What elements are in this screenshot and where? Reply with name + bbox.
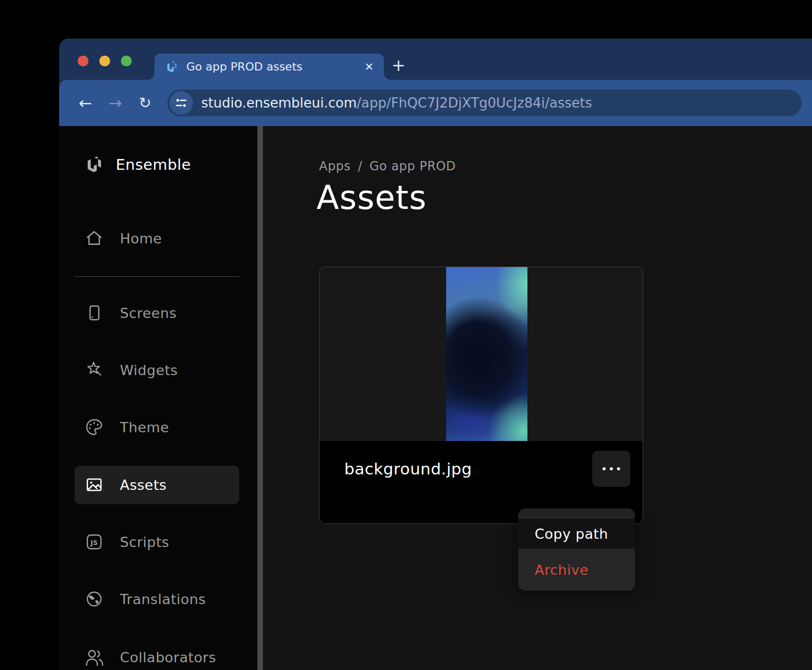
breadcrumb-app-link[interactable]: Go app PROD (369, 159, 456, 173)
sidebar-item-label: Assets (120, 477, 167, 493)
url-text[interactable]: studio.ensembleui.com/app/FhQC7J2DjXTg0U… (201, 95, 592, 111)
collaborators-icon (84, 647, 104, 667)
dot-icon (617, 467, 620, 470)
assets-image-icon (84, 474, 104, 495)
sidebar-item-label: Theme (120, 419, 169, 435)
sidebar-item-theme[interactable]: Theme (84, 413, 252, 441)
dot-icon (610, 467, 613, 470)
sidebar-item-widgets[interactable]: Widgets (84, 356, 252, 384)
sidebar-item-label: Home (120, 231, 162, 246)
sidebar-item-label: Scripts (120, 534, 169, 550)
sidebar-item-assets[interactable]: Assets (84, 471, 252, 499)
ensemble-logo-icon (84, 154, 104, 175)
theme-palette-icon (84, 417, 104, 437)
sidebar: Ensemble Home Screens (59, 126, 257, 670)
tab-strip: Go app PROD assets ✕ + (59, 39, 812, 80)
brand-name: Ensemble (116, 156, 191, 173)
asset-context-menu: Copy path Archive (518, 508, 635, 591)
dot-icon (603, 467, 606, 470)
asset-card: background.jpg (319, 267, 643, 524)
sidebar-item-translations[interactable]: Translations (84, 585, 252, 613)
sidebar-item-collaborators[interactable]: Collaborators (84, 643, 252, 670)
browser-toolbar: ← → ↻ studio.ensembleui.com/app/FhQ (59, 80, 812, 126)
home-icon (84, 228, 104, 249)
browser-window: Go app PROD assets ✕ + ← → ↻ (59, 39, 812, 670)
url-path: /app/FhQC7J2DjXTg0UcJz84i/assets (357, 95, 592, 111)
sidebar-item-label: Collaborators (120, 649, 216, 665)
ensemble-favicon-icon (165, 60, 179, 74)
breadcrumb-separator: / (358, 159, 362, 173)
toolbar-wrap: ← → ↻ studio.ensembleui.com/app/FhQ (59, 80, 812, 126)
sidebar-item-scripts[interactable]: JS Scripts (84, 528, 252, 556)
app-content: Ensemble Home Screens (59, 126, 812, 670)
browser-tab[interactable]: Go app PROD assets ✕ (154, 54, 384, 80)
svg-text:JS: JS (90, 539, 98, 546)
sidebar-divider (75, 276, 239, 277)
new-tab-button[interactable]: + (392, 57, 405, 74)
sidebar-item-label: Widgets (120, 362, 178, 378)
close-window-button[interactable] (78, 56, 89, 66)
widgets-icon (84, 360, 104, 380)
reload-button[interactable]: ↻ (130, 96, 160, 111)
back-button[interactable]: ← (70, 95, 100, 111)
scripts-js-icon: JS (84, 532, 104, 552)
tab-close-icon[interactable]: ✕ (364, 61, 374, 73)
tab-title: Go app PROD assets (186, 60, 359, 73)
breadcrumb-apps-link[interactable]: Apps (319, 159, 350, 173)
breadcrumb: Apps / Go app PROD (319, 159, 456, 173)
sidebar-item-screens[interactable]: Screens (84, 299, 252, 327)
traffic-lights (78, 56, 132, 66)
site-settings-button[interactable] (169, 91, 193, 115)
sidebar-scrollbar[interactable] (257, 126, 263, 670)
sidebar-item-home[interactable]: Home (84, 224, 252, 252)
url-domain: studio.ensembleui.com (201, 95, 357, 111)
sidebar-item-label: Translations (120, 591, 206, 607)
maximize-window-button[interactable] (121, 56, 132, 66)
tune-icon (174, 96, 188, 110)
screens-icon (84, 303, 104, 323)
asset-preview-image (446, 267, 527, 442)
asset-more-options-button[interactable] (592, 451, 630, 487)
forward-button[interactable]: → (100, 95, 130, 111)
brand-row[interactable]: Ensemble (84, 151, 252, 179)
menu-item-archive[interactable]: Archive (518, 549, 635, 591)
translations-globe-icon (84, 589, 104, 609)
main-panel: Apps / Go app PROD Assets background.jpg (263, 126, 812, 670)
address-bar[interactable]: studio.ensembleui.com/app/FhQC7J2DjXTg0U… (167, 90, 802, 116)
sidebar-item-label: Screens (120, 305, 176, 321)
menu-item-copy-path[interactable]: Copy path (518, 519, 635, 549)
menu-padding (518, 508, 635, 519)
minimize-window-button[interactable] (99, 56, 110, 66)
asset-filename: background.jpg (344, 460, 592, 478)
page-title: Assets (316, 179, 427, 217)
